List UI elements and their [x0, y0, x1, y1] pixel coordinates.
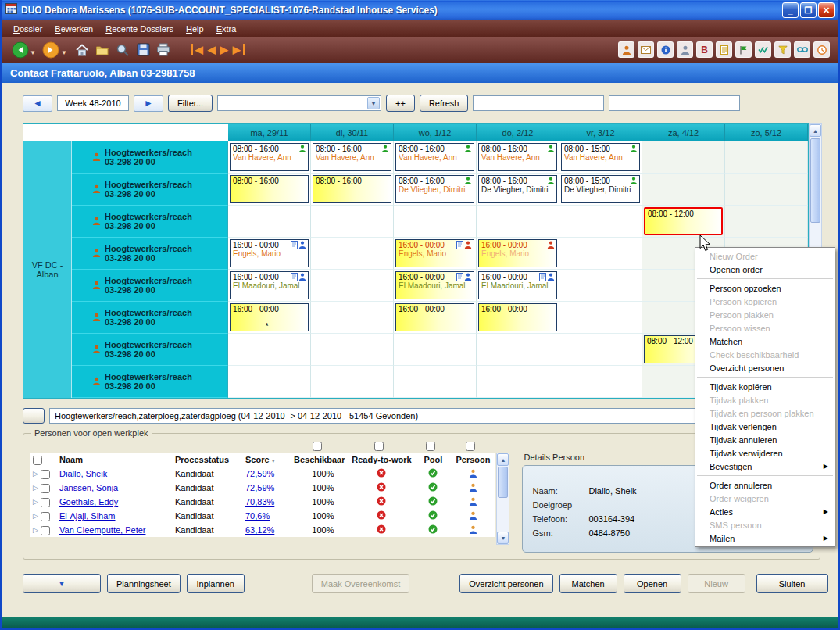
score-link[interactable]: 63,12% — [245, 525, 274, 535]
context-mailen[interactable]: Mailen▶ — [695, 532, 835, 545]
context-order-annuleren[interactable]: Order annuleren — [695, 478, 835, 492]
column-header-persoon[interactable]: Persoon — [456, 455, 490, 464]
schedule-cell[interactable] — [228, 334, 311, 366]
personen-scroll-up-icon[interactable]: ▲ — [497, 453, 509, 466]
schedule-cell[interactable]: 08:00 - 16:00 — [228, 174, 311, 206]
context-acties[interactable]: Acties▶ — [695, 505, 835, 518]
filter-persoon-checkbox[interactable] — [466, 442, 475, 451]
personen-scrollbar[interactable]: ▲ ▼ — [496, 453, 509, 545]
schedule-cell[interactable] — [228, 206, 311, 238]
next-record-icon[interactable]: ▶ — [218, 44, 231, 55]
expand-icon[interactable]: ▷ — [33, 470, 38, 478]
column-header-score[interactable]: Score — [245, 455, 270, 464]
score-link[interactable]: 72,59% — [245, 469, 274, 478]
schedule-cell[interactable]: 16:00 - 00:00Engels, Mario — [477, 238, 559, 270]
schedule-cell[interactable]: 16:00 - 00:00Engels, Mario — [228, 238, 311, 270]
info-icon[interactable] — [657, 41, 674, 58]
schedule-cell[interactable]: 08:00 - 16:00Van Havere, Ann — [477, 141, 559, 174]
scroll-up-icon[interactable]: ▲ — [810, 124, 821, 137]
schedule-cell[interactable] — [477, 206, 559, 238]
schedule-entry[interactable]: 16:00 - 00:00* — [230, 303, 309, 331]
expand-icon[interactable]: ▷ — [33, 512, 38, 520]
next-week-button[interactable]: ► — [134, 95, 163, 112]
schedule-cell[interactable] — [559, 334, 642, 366]
openen-button[interactable]: Openen — [624, 574, 681, 593]
schedule-cell[interactable]: 08:00 - 15:00Van Havere, Ann — [559, 141, 642, 174]
context-tijdvak-kopi-ren[interactable]: Tijdvak kopiëren — [695, 380, 835, 393]
back-button[interactable] — [10, 40, 30, 59]
column-header-naam[interactable]: Naam — [59, 455, 83, 464]
filter-combo[interactable]: ▼ — [217, 95, 381, 111]
schedule-entry[interactable]: 16:00 - 00:00Engels, Mario — [395, 239, 474, 267]
person-name-link[interactable]: Diallo, Sheik — [59, 469, 107, 478]
person-row[interactable]: ▷Goethals, EddyKandidaat70,83%100% — [30, 495, 495, 509]
score-link[interactable]: 70,6% — [245, 511, 270, 521]
schedule-cell[interactable] — [559, 366, 642, 398]
home-button[interactable] — [73, 40, 92, 59]
schedule-entry[interactable]: 08:00 - 15:00Van Havere, Ann — [561, 143, 640, 171]
sluiten-button[interactable]: Sluiten — [756, 574, 828, 593]
refresh-button[interactable]: Refresh — [420, 95, 469, 112]
schedule-cell[interactable] — [642, 174, 725, 206]
filter-beschikbaar-checkbox[interactable] — [313, 442, 322, 451]
column-header-ready-to-work[interactable]: Ready-to-work — [352, 455, 411, 464]
schedule-entry[interactable]: 08:00 - 15:00De Vliegher, Dimitri — [561, 175, 640, 203]
search-button[interactable] — [113, 40, 133, 59]
filter-ready-to-work-checkbox[interactable] — [374, 442, 384, 451]
row-checkbox[interactable] — [41, 498, 50, 507]
schedule-cell[interactable] — [477, 334, 559, 366]
menu-extra[interactable]: Extra — [210, 22, 243, 36]
expand-icon[interactable]: ▷ — [33, 498, 38, 506]
scroll-thumb[interactable] — [810, 138, 820, 223]
context-matchen[interactable]: Matchen — [695, 335, 835, 348]
schedule-cell[interactable] — [311, 366, 394, 398]
filter-button[interactable]: Filter... — [168, 95, 213, 112]
back-dropdown-icon[interactable]: ▼ — [30, 49, 36, 56]
column-header-beschikbaar[interactable]: Beschikbaar — [294, 455, 345, 464]
schedule-entry[interactable]: 08:00 - 16:00De Vliegher, Dimitri — [395, 175, 474, 203]
schedule-entry[interactable]: 16:00 - 00:00Engels, Mario — [478, 239, 557, 267]
expand-button[interactable]: ▼ — [23, 574, 101, 593]
column-header-processtatus[interactable]: Processtatus — [175, 455, 229, 464]
bold-icon[interactable]: B — [696, 41, 713, 58]
schedule-cell[interactable] — [477, 366, 559, 398]
schedule-cell[interactable] — [394, 206, 477, 238]
context-tijdvak-annuleren[interactable]: Tijdvak annuleren — [695, 433, 835, 446]
inplannen-button[interactable]: Inplannen — [187, 574, 245, 593]
forward-dropdown-icon[interactable]: ▼ — [61, 49, 67, 56]
schedule-cell[interactable]: 08:00 - 16:00Van Havere, Ann — [394, 141, 477, 174]
schedule-cell[interactable]: 16:00 - 00:00El Maadouri, Jamal — [394, 270, 477, 302]
schedule-entry[interactable]: 08:00 - 12:00 — [644, 207, 723, 235]
personen-scroll-down-icon[interactable]: ▼ — [497, 532, 509, 544]
save-button[interactable] — [134, 40, 153, 59]
filter-icon[interactable] — [774, 41, 791, 58]
select-all-checkbox[interactable] — [33, 456, 42, 465]
schedule-cell[interactable] — [559, 270, 642, 302]
schedule-cell[interactable] — [311, 270, 394, 302]
person-name-link[interactable]: Goethals, Eddy — [59, 497, 118, 507]
schedule-cell[interactable]: 08:00 - 12:00 — [642, 206, 725, 238]
schedule-cell[interactable] — [394, 366, 477, 398]
schedule-cell[interactable] — [725, 206, 808, 238]
context-tijdvak-verlengen[interactable]: Tijdvak verlengen — [695, 420, 835, 433]
checklist-icon[interactable] — [755, 41, 771, 58]
schedule-entry[interactable]: 16:00 - 00:00Engels, Mario — [230, 239, 309, 267]
minimize-button[interactable]: _ — [782, 2, 799, 18]
schedule-cell[interactable]: 16:00 - 00:00Engels, Mario — [394, 238, 477, 270]
schedule-entry[interactable]: 16:00 - 00:00 — [478, 303, 557, 331]
schedule-cell[interactable] — [311, 206, 394, 238]
schedule-entry[interactable]: 08:00 - 16:00Van Havere, Ann — [478, 143, 557, 171]
row-checkbox[interactable] — [41, 526, 50, 535]
document-icon[interactable] — [716, 41, 732, 58]
row-checkbox[interactable] — [41, 470, 50, 479]
person-row[interactable]: ▷Janssen, SonjaKandidaat72,59%100% — [30, 481, 495, 495]
schedule-entry[interactable]: 16:00 - 00:00El Maadouri, Jamal — [395, 271, 474, 299]
schedule-cell[interactable]: 16:00 - 00:00 — [477, 302, 559, 334]
flag-icon[interactable] — [735, 41, 752, 58]
overzicht-personen-button[interactable]: Overzicht personen — [459, 574, 552, 593]
schedule-entry[interactable]: 08:00 - 16:00De Vliegher, Dimitri — [478, 175, 557, 203]
schedule-entry[interactable]: 08:00 - 16:00Van Havere, Ann — [395, 143, 474, 171]
schedule-cell[interactable] — [559, 302, 642, 334]
schedule-cell[interactable]: 16:00 - 00:00El Maadouri, Jamal — [477, 270, 559, 302]
context-persoon-opzoeken[interactable]: Persoon opzoeken — [695, 281, 835, 295]
